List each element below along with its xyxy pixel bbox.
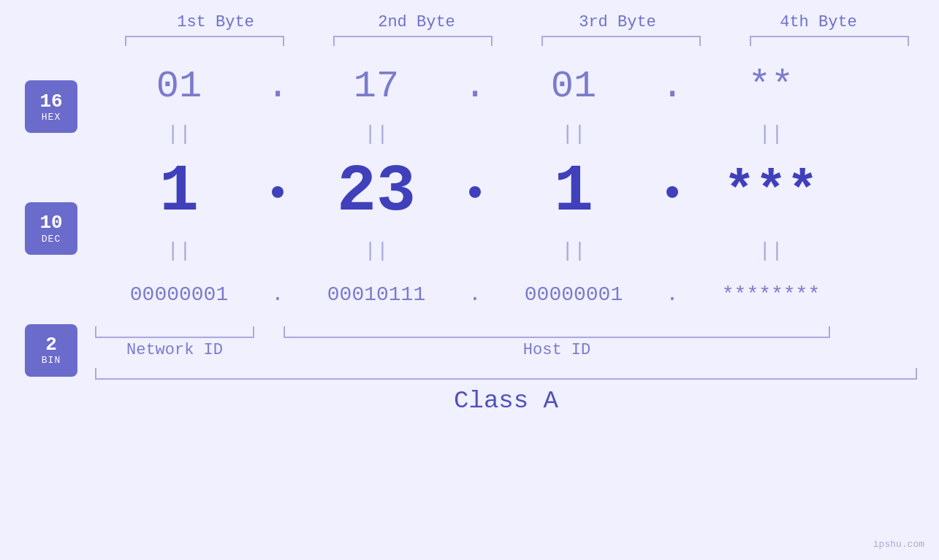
dec-b2: 23 [292,155,460,229]
network-id-label: Network ID [95,341,254,359]
dec-b4: *** [687,162,855,222]
top-brackets [101,36,934,46]
eq1-b3: || [490,123,658,145]
hex-badge-num: 16 [39,91,62,112]
hex-dot1: . [263,65,292,108]
dec-dot-circle3 [666,186,678,198]
bin-row: 00000001 . 00010111 . 00000001 . [95,265,917,323]
bin-b1: 00000001 [95,283,263,306]
byte4-label: 4th Byte [738,13,899,31]
bin-badge-num: 2 [45,334,57,356]
main-container: 1st Byte 2nd Byte 3rd Byte 4th Byte 16 H… [0,0,939,560]
hex-row: 01 . 17 . 01 . ** [95,53,917,119]
bin-b4: ******** [687,283,855,306]
dec-dot2 [460,186,490,198]
right-spacer [917,46,939,560]
byte2-label: 2nd Byte [336,13,497,31]
hex-b4: ** [687,65,855,108]
dec-row: 1 23 1 *** [95,148,917,236]
eq1-b4: || [687,123,855,145]
hex-dot3: . [658,65,687,108]
bin-badge: 2 BIN [25,324,77,377]
byte1-label: 1st Byte [135,13,296,31]
eq2-b1: || [95,239,263,262]
hex-badge: 16 HEX [25,80,77,133]
dec-badge-sub: DEC [42,234,61,245]
bin-dot3: . [658,283,687,306]
bracket-seg1 [125,36,284,46]
bin-b3: 00000001 [490,283,658,306]
class-label: Class A [95,387,917,415]
host-bracket [284,326,830,338]
labels-gap [254,341,284,359]
eq2-b4: || [687,239,855,262]
hex-b3: 01 [490,65,658,108]
dec-dot1 [263,186,292,198]
eq-row2: || || || || [95,236,917,265]
dec-badge-num: 10 [39,212,62,234]
bin-badge-sub: BIN [42,355,61,366]
dec-b3: 1 [490,155,658,229]
byte-headers: 1st Byte 2nd Byte 3rd Byte 4th Byte [115,0,919,31]
eq2-b3: || [490,239,658,262]
main-content: 16 HEX 10 DEC 2 BIN 01 . [0,46,939,560]
hex-badge-sub: HEX [42,112,61,123]
watermark: ipshu.com [873,539,924,550]
dec-dot3 [658,186,687,198]
dec-badge: 10 DEC [25,202,77,255]
class-bracket [95,368,917,380]
byte3-label: 3rd Byte [537,13,698,31]
data-values: 01 . 17 . 01 . ** [95,46,917,560]
bin-b2: 00010111 [292,283,460,306]
eq2-b2: || [292,239,460,262]
bracket-seg3 [541,36,701,46]
bin-dot2: . [460,283,490,306]
badges-column: 16 HEX 10 DEC 2 BIN [0,46,95,411]
eq-row1: || || || || [95,119,917,148]
bracket-gap1 [254,326,284,338]
id-labels: Network ID Host ID [95,341,917,359]
bottom-brackets [95,326,917,338]
bin-dot1: . [263,283,292,306]
dec-dot-circle1 [272,186,284,198]
hex-b1: 01 [95,65,263,108]
eq1-b2: || [292,123,460,145]
hex-dot2: . [460,65,490,108]
net-bracket [95,326,254,338]
dec-dot-circle2 [469,186,481,198]
eq1-b1: || [95,123,263,145]
bracket-seg4 [750,36,909,46]
dec-b1: 1 [95,155,263,229]
dec-b4-val: *** [723,162,818,222]
hex-b2: 17 [292,65,460,108]
bracket-seg2 [333,36,493,46]
host-id-label: Host ID [284,341,830,359]
